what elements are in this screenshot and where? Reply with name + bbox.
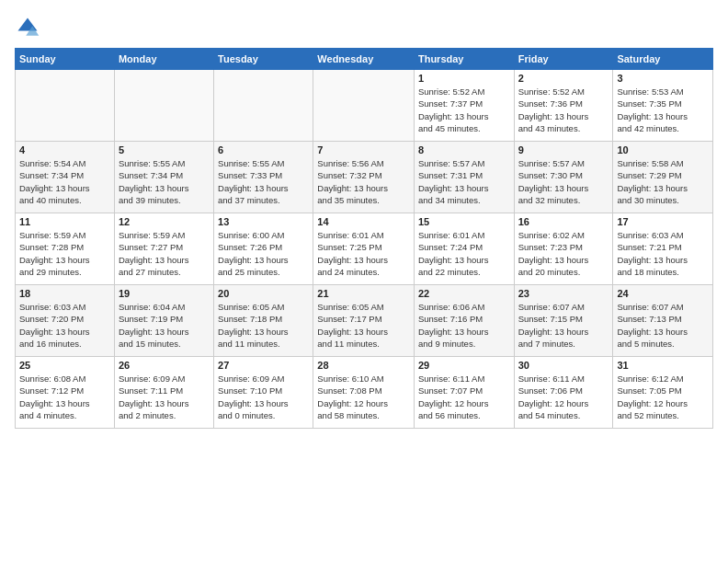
day-info: Sunrise: 5:53 AM Sunset: 7:35 PM Dayligh… bbox=[617, 86, 709, 134]
calendar-cell: 8Sunrise: 5:57 AM Sunset: 7:31 PM Daylig… bbox=[414, 142, 514, 213]
day-info: Sunrise: 5:57 AM Sunset: 7:30 PM Dayligh… bbox=[518, 157, 609, 206]
day-number: 30 bbox=[518, 360, 609, 371]
day-number: 25 bbox=[19, 360, 110, 371]
day-number: 7 bbox=[317, 144, 410, 155]
day-info: Sunrise: 6:11 AM Sunset: 7:06 PM Dayligh… bbox=[518, 373, 609, 421]
calendar-week-3: 11Sunrise: 5:59 AM Sunset: 7:28 PM Dayli… bbox=[16, 213, 713, 285]
day-info: Sunrise: 5:56 AM Sunset: 7:32 PM Dayligh… bbox=[317, 157, 410, 206]
day-info: Sunrise: 6:01 AM Sunset: 7:25 PM Dayligh… bbox=[317, 229, 410, 278]
day-info: Sunrise: 6:04 AM Sunset: 7:19 PM Dayligh… bbox=[119, 301, 210, 350]
day-info: Sunrise: 6:09 AM Sunset: 7:11 PM Dayligh… bbox=[119, 373, 210, 421]
day-number: 3 bbox=[617, 73, 709, 84]
day-info: Sunrise: 5:55 AM Sunset: 7:34 PM Dayligh… bbox=[119, 157, 210, 206]
header bbox=[15, 15, 713, 40]
calendar-cell: 26Sunrise: 6:09 AM Sunset: 7:11 PM Dayli… bbox=[114, 357, 213, 429]
calendar-cell: 22Sunrise: 6:06 AM Sunset: 7:16 PM Dayli… bbox=[414, 285, 514, 357]
calendar-cell bbox=[114, 70, 213, 142]
day-number: 20 bbox=[218, 288, 309, 299]
calendar-cell: 31Sunrise: 6:12 AM Sunset: 7:05 PM Dayli… bbox=[613, 357, 713, 429]
calendar-cell: 25Sunrise: 6:08 AM Sunset: 7:12 PM Dayli… bbox=[16, 357, 115, 429]
day-number: 10 bbox=[617, 144, 709, 155]
calendar-table: SundayMondayTuesdayWednesdayThursdayFrid… bbox=[15, 48, 713, 429]
calendar-cell: 6Sunrise: 5:55 AM Sunset: 7:33 PM Daylig… bbox=[214, 142, 313, 213]
day-number: 9 bbox=[518, 144, 609, 155]
day-number: 5 bbox=[119, 144, 210, 155]
calendar-cell: 20Sunrise: 6:05 AM Sunset: 7:18 PM Dayli… bbox=[214, 285, 313, 357]
day-info: Sunrise: 6:09 AM Sunset: 7:10 PM Dayligh… bbox=[218, 373, 309, 421]
calendar-header-row: SundayMondayTuesdayWednesdayThursdayFrid… bbox=[16, 49, 713, 70]
day-number: 13 bbox=[218, 216, 309, 227]
day-info: Sunrise: 6:01 AM Sunset: 7:24 PM Dayligh… bbox=[418, 229, 510, 278]
calendar-cell: 21Sunrise: 6:05 AM Sunset: 7:17 PM Dayli… bbox=[313, 285, 415, 357]
logo-icon bbox=[15, 15, 40, 40]
calendar-header-friday: Friday bbox=[514, 49, 613, 70]
day-number: 4 bbox=[19, 144, 110, 155]
logo bbox=[15, 15, 44, 40]
day-info: Sunrise: 6:06 AM Sunset: 7:16 PM Dayligh… bbox=[418, 301, 510, 350]
day-info: Sunrise: 6:12 AM Sunset: 7:05 PM Dayligh… bbox=[617, 373, 709, 421]
calendar-week-5: 25Sunrise: 6:08 AM Sunset: 7:12 PM Dayli… bbox=[16, 357, 713, 429]
day-info: Sunrise: 5:59 AM Sunset: 7:27 PM Dayligh… bbox=[119, 229, 210, 278]
day-number: 28 bbox=[317, 360, 410, 371]
day-info: Sunrise: 6:11 AM Sunset: 7:07 PM Dayligh… bbox=[418, 373, 510, 421]
calendar-cell bbox=[313, 70, 415, 142]
day-info: Sunrise: 6:07 AM Sunset: 7:13 PM Dayligh… bbox=[617, 301, 709, 350]
day-number: 15 bbox=[418, 216, 510, 227]
calendar-cell: 28Sunrise: 6:10 AM Sunset: 7:08 PM Dayli… bbox=[313, 357, 415, 429]
calendar-cell: 18Sunrise: 6:03 AM Sunset: 7:20 PM Dayli… bbox=[16, 285, 115, 357]
calendar-cell: 13Sunrise: 6:00 AM Sunset: 7:26 PM Dayli… bbox=[214, 213, 313, 285]
day-info: Sunrise: 5:54 AM Sunset: 7:34 PM Dayligh… bbox=[19, 157, 110, 206]
calendar-week-1: 1Sunrise: 5:52 AM Sunset: 7:37 PM Daylig… bbox=[16, 70, 713, 142]
day-info: Sunrise: 6:08 AM Sunset: 7:12 PM Dayligh… bbox=[19, 373, 110, 421]
day-number: 21 bbox=[317, 288, 410, 299]
calendar-header-monday: Monday bbox=[114, 49, 213, 70]
calendar-header-sunday: Sunday bbox=[16, 49, 115, 70]
day-info: Sunrise: 5:55 AM Sunset: 7:33 PM Dayligh… bbox=[218, 157, 309, 206]
calendar-cell: 27Sunrise: 6:09 AM Sunset: 7:10 PM Dayli… bbox=[214, 357, 313, 429]
calendar-cell: 24Sunrise: 6:07 AM Sunset: 7:13 PM Dayli… bbox=[613, 285, 713, 357]
day-number: 29 bbox=[418, 360, 510, 371]
calendar-cell: 23Sunrise: 6:07 AM Sunset: 7:15 PM Dayli… bbox=[514, 285, 613, 357]
calendar-cell: 5Sunrise: 5:55 AM Sunset: 7:34 PM Daylig… bbox=[114, 142, 213, 213]
calendar-cell: 1Sunrise: 5:52 AM Sunset: 7:37 PM Daylig… bbox=[414, 70, 514, 142]
day-number: 2 bbox=[518, 73, 609, 84]
day-info: Sunrise: 6:05 AM Sunset: 7:18 PM Dayligh… bbox=[218, 301, 309, 350]
day-info: Sunrise: 6:05 AM Sunset: 7:17 PM Dayligh… bbox=[317, 301, 410, 350]
calendar-cell: 3Sunrise: 5:53 AM Sunset: 7:35 PM Daylig… bbox=[613, 70, 713, 142]
day-info: Sunrise: 6:02 AM Sunset: 7:23 PM Dayligh… bbox=[518, 229, 609, 278]
day-info: Sunrise: 5:52 AM Sunset: 7:36 PM Dayligh… bbox=[518, 86, 609, 134]
day-number: 31 bbox=[617, 360, 709, 371]
day-info: Sunrise: 5:58 AM Sunset: 7:29 PM Dayligh… bbox=[617, 157, 709, 206]
calendar-cell: 9Sunrise: 5:57 AM Sunset: 7:30 PM Daylig… bbox=[514, 142, 613, 213]
day-number: 22 bbox=[418, 288, 510, 299]
day-number: 16 bbox=[518, 216, 609, 227]
day-number: 14 bbox=[317, 216, 410, 227]
calendar-cell: 2Sunrise: 5:52 AM Sunset: 7:36 PM Daylig… bbox=[514, 70, 613, 142]
day-info: Sunrise: 5:52 AM Sunset: 7:37 PM Dayligh… bbox=[418, 86, 510, 134]
day-number: 27 bbox=[218, 360, 309, 371]
day-info: Sunrise: 6:03 AM Sunset: 7:20 PM Dayligh… bbox=[19, 301, 110, 350]
day-info: Sunrise: 6:07 AM Sunset: 7:15 PM Dayligh… bbox=[518, 301, 609, 350]
calendar-cell bbox=[214, 70, 313, 142]
calendar-cell: 4Sunrise: 5:54 AM Sunset: 7:34 PM Daylig… bbox=[16, 142, 115, 213]
calendar-cell: 7Sunrise: 5:56 AM Sunset: 7:32 PM Daylig… bbox=[313, 142, 415, 213]
calendar-header-saturday: Saturday bbox=[613, 49, 713, 70]
calendar-cell: 11Sunrise: 5:59 AM Sunset: 7:28 PM Dayli… bbox=[16, 213, 115, 285]
day-info: Sunrise: 6:03 AM Sunset: 7:21 PM Dayligh… bbox=[617, 229, 709, 278]
calendar-cell: 14Sunrise: 6:01 AM Sunset: 7:25 PM Dayli… bbox=[313, 213, 415, 285]
calendar-header-wednesday: Wednesday bbox=[313, 49, 415, 70]
page: SundayMondayTuesdayWednesdayThursdayFrid… bbox=[0, 0, 728, 563]
calendar-header-thursday: Thursday bbox=[414, 49, 514, 70]
day-info: Sunrise: 6:00 AM Sunset: 7:26 PM Dayligh… bbox=[218, 229, 309, 278]
day-info: Sunrise: 5:57 AM Sunset: 7:31 PM Dayligh… bbox=[418, 157, 510, 206]
day-info: Sunrise: 6:10 AM Sunset: 7:08 PM Dayligh… bbox=[317, 373, 410, 421]
day-number: 18 bbox=[19, 288, 110, 299]
calendar-cell: 15Sunrise: 6:01 AM Sunset: 7:24 PM Dayli… bbox=[414, 213, 514, 285]
day-number: 6 bbox=[218, 144, 309, 155]
day-number: 23 bbox=[518, 288, 609, 299]
calendar-cell: 30Sunrise: 6:11 AM Sunset: 7:06 PM Dayli… bbox=[514, 357, 613, 429]
calendar-week-4: 18Sunrise: 6:03 AM Sunset: 7:20 PM Dayli… bbox=[16, 285, 713, 357]
day-number: 8 bbox=[418, 144, 510, 155]
calendar-cell: 19Sunrise: 6:04 AM Sunset: 7:19 PM Dayli… bbox=[114, 285, 213, 357]
calendar-header-tuesday: Tuesday bbox=[214, 49, 313, 70]
